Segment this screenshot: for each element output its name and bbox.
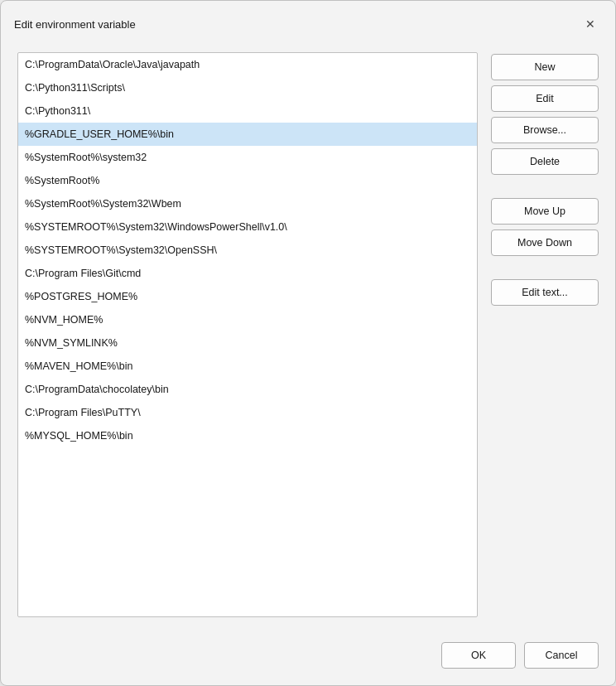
list-item[interactable]: C:\ProgramData\Oracle\Java\javapath xyxy=(18,53,477,76)
edit-button[interactable]: Edit xyxy=(491,85,599,112)
list-item[interactable]: %NVM_HOME% xyxy=(18,308,477,331)
path-list[interactable]: C:\ProgramData\Oracle\Java\javapathC:\Py… xyxy=(17,52,478,617)
list-item[interactable]: %SystemRoot% xyxy=(18,169,477,192)
browse-button[interactable]: Browse... xyxy=(491,117,599,143)
list-item[interactable]: %NVM_SYMLINK% xyxy=(18,331,477,355)
list-item[interactable]: %GRADLE_USER_HOME%\bin xyxy=(18,123,477,146)
move-up-button[interactable]: Move Up xyxy=(491,198,599,225)
dialog-body: C:\ProgramData\Oracle\Java\javapathC:\Py… xyxy=(1,44,615,634)
list-item[interactable]: C:\Python311\ xyxy=(18,99,477,123)
new-button[interactable]: New xyxy=(491,54,599,80)
list-item[interactable]: %SystemRoot%\system32 xyxy=(18,146,477,169)
edit-text-button[interactable]: Edit text... xyxy=(491,279,599,306)
delete-button[interactable]: Delete xyxy=(491,148,599,175)
title-bar: Edit environment variable ✕ xyxy=(1,1,615,44)
list-item[interactable]: %MAVEN_HOME%\bin xyxy=(18,355,477,378)
move-down-button[interactable]: Move Down xyxy=(491,229,599,256)
cancel-button[interactable]: Cancel xyxy=(524,642,599,669)
list-item[interactable]: %POSTGRES_HOME% xyxy=(18,285,477,308)
list-item[interactable]: %SYSTEMROOT%\System32\WindowsPowerShell\… xyxy=(18,215,477,239)
footer: OK Cancel xyxy=(1,634,615,685)
list-item[interactable]: C:\Program Files\PuTTY\ xyxy=(18,401,477,424)
list-item[interactable]: C:\Program Files\Git\cmd xyxy=(18,262,477,285)
buttons-panel: New Edit Browse... Delete Move Up Move D… xyxy=(491,52,599,617)
list-item[interactable]: C:\Python311\Scripts\ xyxy=(18,76,477,99)
close-button[interactable]: ✕ xyxy=(579,12,602,36)
list-item[interactable]: %SYSTEMROOT%\System32\OpenSSH\ xyxy=(18,239,477,262)
dialog-title: Edit environment variable xyxy=(14,18,136,31)
edit-env-dialog: Edit environment variable ✕ C:\ProgramDa… xyxy=(0,0,616,686)
ok-button[interactable]: OK xyxy=(441,642,516,669)
list-item[interactable]: %SystemRoot%\System32\Wbem xyxy=(18,192,477,215)
list-item[interactable]: C:\ProgramData\chocolatey\bin xyxy=(18,378,477,401)
list-item[interactable]: %MYSQL_HOME%\bin xyxy=(18,424,477,447)
